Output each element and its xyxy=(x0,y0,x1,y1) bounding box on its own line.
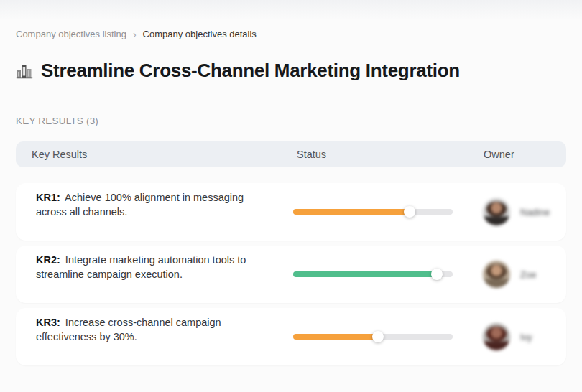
progress-thumb[interactable] xyxy=(431,269,443,280)
owner-cell: Nadine xyxy=(483,198,566,225)
column-header-status: Status xyxy=(293,149,483,160)
owner-name: Ivy xyxy=(520,332,532,342)
key-results-section-label: KEY RESULTS (3) xyxy=(16,116,98,126)
progress-slider[interactable] xyxy=(293,206,453,218)
key-result-text: KR3: Increase cross-channel campaign eff… xyxy=(36,315,264,344)
key-result-description: Achieve 100% alignment in messaging acro… xyxy=(36,192,244,218)
objective-title-row: Streamline Cross-Channel Marketing Integ… xyxy=(16,47,460,95)
progress-fill xyxy=(293,334,378,340)
key-result-description: Increase cross-channel campaign effectiv… xyxy=(36,317,221,342)
chevron-right-icon: › xyxy=(133,29,137,39)
progress-thumb[interactable] xyxy=(372,331,384,342)
column-header-key-results: Key Results xyxy=(16,149,293,160)
progress-thumb[interactable] xyxy=(404,206,415,218)
owner-cell: Ivy xyxy=(483,323,566,350)
key-result-id: KR3: xyxy=(36,317,60,328)
key-result-id: KR1: xyxy=(36,192,60,203)
key-result-text: KR2: Integrate marketing automation tool… xyxy=(36,253,264,281)
buildings-icon xyxy=(16,63,33,79)
breadcrumb-item-listing[interactable]: Company objectives listing xyxy=(16,29,126,39)
avatar xyxy=(483,261,510,288)
owner-name: Nadine xyxy=(520,207,550,218)
key-result-row: KR3: Increase cross-channel campaign eff… xyxy=(16,308,566,365)
key-result-description: Integrate marketing automation tools to … xyxy=(36,254,246,280)
avatar xyxy=(483,323,510,350)
company-objective-details-page: Company objectives listing › Company obj… xyxy=(0,0,582,392)
key-result-row: KR1: Achieve 100% alignment in messaging… xyxy=(16,183,566,241)
key-results-list: KR1: Achieve 100% alignment in messaging… xyxy=(16,183,566,365)
key-result-id: KR2: xyxy=(36,254,60,266)
column-header-owner: Owner xyxy=(483,149,566,160)
progress-fill xyxy=(293,271,437,277)
owner-cell: Zoe xyxy=(483,261,566,288)
key-result-row: KR2: Integrate marketing automation tool… xyxy=(16,246,566,303)
progress-slider[interactable] xyxy=(293,269,453,280)
progress-fill xyxy=(293,209,410,215)
avatar xyxy=(483,198,510,225)
progress-slider[interactable] xyxy=(293,331,453,342)
breadcrumb-item-details: Company objectives details xyxy=(143,29,257,39)
key-result-text: KR1: Achieve 100% alignment in messaging… xyxy=(36,190,264,219)
page-title: Streamline Cross-Channel Marketing Integ… xyxy=(41,60,460,82)
breadcrumb: Company objectives listing › Company obj… xyxy=(16,29,257,39)
owner-name: Zoe xyxy=(520,269,536,280)
key-results-table-header: Key Results Status Owner xyxy=(16,141,566,167)
